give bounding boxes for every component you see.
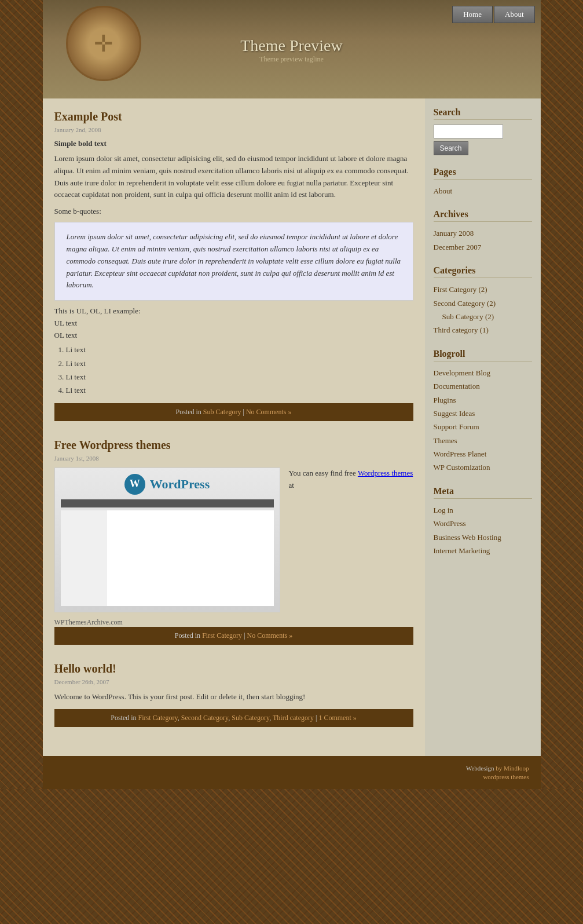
post-image: W WordPress [54,468,280,612]
post-footer-hello-world: Posted in First Category, Second Categor… [54,709,413,727]
sidebar-meta-wordpress[interactable]: WordPress [434,517,532,530]
sidebar-blogroll-support[interactable]: Support Forum [434,420,532,433]
sidebar-pages-title: Pages [434,167,532,180]
post-cat-sub[interactable]: Sub Category [232,714,269,722]
header-nav: Home About [452,6,534,23]
footer-line2: wordpress themes [483,773,529,780]
wp-logo: W WordPress [124,474,210,495]
sidebar-meta-title: Meta [434,486,532,499]
post-cat-third[interactable]: Third category [273,714,314,722]
sidebar-meta-login[interactable]: Log in [434,503,532,517]
post-footer-free-themes: Posted in First Category | No Comments » [54,627,413,645]
post-footer-example: Posted in Sub Category | No Comments » [54,403,413,421]
wp-themes-link[interactable]: Wordpress themes [358,469,413,477]
wp-logo-icon: W [124,474,145,495]
sidebar-categories-title: Categories [434,265,532,278]
footer-webdesign-text: Webdesign [466,765,494,772]
search-input[interactable] [434,125,503,138]
post-example: Example Post January 2nd, 2008 Simple bo… [54,110,413,421]
site-header: Theme Preview Theme preview tagline Home… [43,0,541,98]
post-text-content: You can easy find free Wordpress themes … [289,468,413,612]
sidebar-archives-section: Archives January 2008 December 2007 [434,209,532,254]
footer-wordpress-themes-link[interactable]: wordpress themes [483,773,529,780]
post-content-example: Lorem ipsum dolor sit amet, consectetur … [54,153,413,201]
sidebar-search-section: Search Search [434,107,532,155]
post-comments-link[interactable]: 1 Comment » [318,714,356,722]
sidebar-cat-link-sub[interactable]: Sub Category (2) [434,310,532,323]
post-date-free-themes: January 1st, 2008 [54,455,413,462]
sidebar-blogroll-section: Blogroll Development Blog Documentation … [434,349,532,474]
sidebar-categories-section: Categories First Category (2) Second Cat… [434,265,532,337]
post-media-block: W WordPress You can easy find free [54,468,413,612]
site-title: Theme Preview [240,36,343,55]
post-hello-world: Hello world! December 26th, 2007 Welcome… [54,662,413,727]
sidebar-blogroll-plugins[interactable]: Plugins [434,393,532,407]
post-blockquote: Lorem ipsum dolor sit amet, consectetur … [54,222,413,301]
post-free-themes: Free Wordpress themes January 1st, 2008 … [54,439,413,645]
posted-in-label: Posted in [111,714,138,722]
sidebar-meta-webhosting[interactable]: Business Web Hosting [434,531,532,544]
post-bquote-intro: Some b-quotes: [54,207,413,216]
sidebar-cat-sub: Sub Category (2) [434,310,532,323]
sidebar-cat-first: First Category (2) [434,283,532,296]
sidebar-page-about[interactable]: About [434,184,532,198]
post-content-before: You can easy find free [289,469,356,477]
post-ul-text: UL text [54,319,413,328]
sidebar: Search Search Pages About Archives Janua… [425,98,541,756]
post-ol-list: Li text Li text Li text Li text [66,343,413,397]
post-comments-link[interactable]: No Comments » [247,631,293,640]
search-button[interactable]: Search [434,141,468,155]
sidebar-search-title: Search [434,107,532,120]
nav-home[interactable]: Home [452,6,493,23]
sidebar-archive-jan2008[interactable]: January 2008 [434,227,532,240]
wp-logo-text: WordPress [150,477,210,492]
sidebar-meta-marketing[interactable]: Internet Marketing [434,544,532,557]
posted-in-label: Posted in [175,408,201,416]
sidebar-cat-link-third[interactable]: Third category (1) [434,323,532,337]
post-link-example[interactable]: Example Post [54,110,122,123]
post-title-hello-world: Hello world! [54,662,413,675]
wp-nav-bar [61,499,274,507]
site-footer: Webdesign by Mindloop wordpress themes [43,756,541,789]
post-cat-second[interactable]: Second Category [181,714,229,722]
site-title-block: Theme Preview Theme preview tagline [240,36,343,64]
sidebar-cat-link-first[interactable]: First Category (2) [434,283,532,296]
sidebar-blogroll-title: Blogroll [434,349,532,361]
sidebar-archive-dec2007[interactable]: December 2007 [434,240,532,254]
post-bold-example: Simple bold text [54,139,413,148]
list-item: Li text [66,370,413,384]
wp-screenshot: W WordPress [55,468,280,612]
wp-themes-url: WPThemesArchive.com [54,618,413,627]
post-cat-link[interactable]: Sub Category [203,408,241,416]
post-title-example: Example Post [54,110,413,123]
post-comments-link[interactable]: No Comments » [246,408,292,416]
sidebar-cat-link-second[interactable]: Second Category (2) [434,297,532,310]
nav-about[interactable]: About [494,6,535,23]
sidebar-blogroll-wpplanet[interactable]: WordPress Planet [434,447,532,461]
site-tagline: Theme preview tagline [240,55,343,64]
post-link-free-themes[interactable]: Free Wordpress themes [54,439,171,451]
post-title-free-themes: Free Wordpress themes [54,439,413,452]
post-link-hello-world[interactable]: Hello world! [54,662,116,675]
sidebar-meta-section: Meta Log in WordPress Business Web Hosti… [434,486,532,558]
wp-sidebar-mock [61,510,107,606]
list-item: Li text [66,357,413,370]
sidebar-blogroll-themes[interactable]: Themes [434,434,532,447]
footer-links: Webdesign by Mindloop wordpress themes [54,765,529,780]
list-item: Li text [66,343,413,356]
wp-main-mock [110,510,274,606]
post-cat-first[interactable]: First Category [138,714,178,722]
post-cat-link[interactable]: First Category [202,631,242,640]
sidebar-blogroll-docs[interactable]: Documentation [434,379,532,393]
sidebar-blogroll-wpcustom[interactable]: WP Customization [434,461,532,474]
post-content-hello-world: Welcome to WordPress. This is your first… [54,691,413,703]
main-content: Example Post January 2nd, 2008 Simple bo… [43,98,425,756]
compass-decoration [66,6,141,81]
list-item: Li text [66,384,413,397]
footer-mindloop-link[interactable]: by Mindloop [496,765,529,772]
post-date-example: January 2nd, 2008 [54,126,413,133]
post-date-hello-world: December 26th, 2007 [54,678,413,685]
sidebar-blogroll-devblog[interactable]: Development Blog [434,366,532,379]
sidebar-blogroll-suggest[interactable]: Suggest Ideas [434,407,532,420]
sidebar-cat-second: Second Category (2) [434,297,532,310]
